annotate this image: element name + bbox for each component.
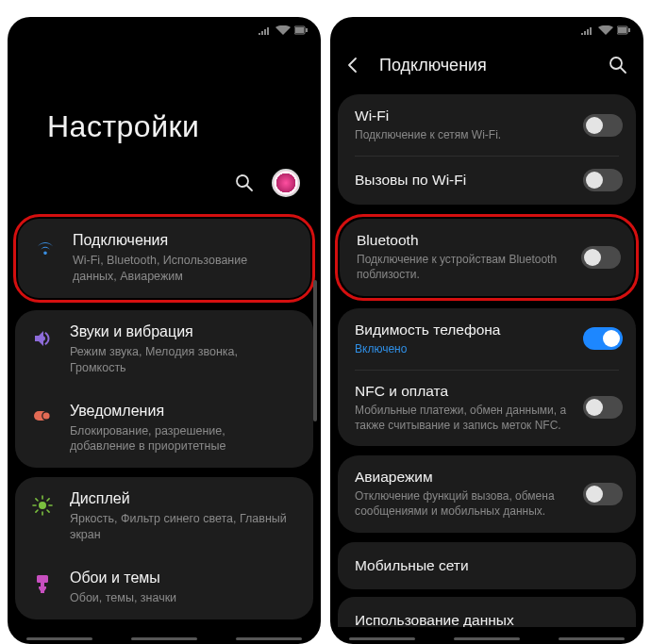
row-title: NFC и оплата: [355, 383, 574, 400]
toggle-switch[interactable]: [583, 327, 623, 350]
toggle-switch[interactable]: [583, 396, 623, 419]
svg-line-16: [47, 499, 49, 501]
svg-rect-1: [295, 27, 304, 33]
svg-line-23: [621, 68, 626, 73]
settings-row[interactable]: BluetoothПодключение к устройствам Bluet…: [340, 219, 634, 295]
svg-rect-17: [37, 575, 48, 583]
row-subtitle: Мобильные платежи, обмен данными, а такж…: [355, 403, 574, 433]
battery-icon: [617, 25, 630, 35]
back-icon: [343, 56, 362, 74]
sound-icon: [28, 323, 57, 350]
svg-line-13: [36, 499, 38, 501]
android-navbar[interactable]: [330, 627, 643, 644]
row-title: Bluetooth: [357, 232, 572, 249]
android-navbar[interactable]: [8, 627, 321, 644]
row-title: Дисплей: [70, 490, 292, 507]
row-subtitle: Подключение к устройствам Bluetooth побл…: [357, 252, 572, 282]
svg-point-22: [610, 58, 622, 69]
svg-point-8: [39, 502, 46, 509]
row-title: Уведомления: [70, 403, 292, 420]
theme-icon: [28, 570, 57, 594]
settings-group: Wi-FiПодключение к сетям Wi-Fi.Вызовы по…: [338, 94, 636, 205]
settings-row[interactable]: АвиарежимОтключение функций вызова, обме…: [338, 455, 636, 532]
settings-row[interactable]: NFC и оплатаМобильные платежи, обмен дан…: [338, 370, 636, 446]
search-icon: [609, 56, 627, 74]
row-subtitle: Включено: [355, 341, 574, 356]
row-title: Подключения: [73, 232, 290, 249]
signal-icon: [581, 25, 594, 35]
settings-row[interactable]: Использование данных: [338, 597, 636, 628]
settings-group: Звуки и вибрацияРежим звука, Мелодия зво…: [15, 310, 313, 469]
settings-group: АвиарежимОтключение функций вызова, обме…: [338, 455, 636, 532]
svg-line-14: [47, 510, 49, 512]
settings-row[interactable]: Видимость телефонаВключено: [338, 308, 636, 370]
toggle-switch[interactable]: [583, 114, 623, 137]
search-button[interactable]: [230, 169, 259, 197]
wifi-icon: [31, 232, 59, 258]
screen-title: Подключения: [379, 56, 591, 75]
row-title: Звуки и вибрация: [70, 323, 292, 340]
svg-line-4: [247, 186, 252, 190]
battery-icon: [294, 25, 308, 35]
row-title: Мобильные сети: [355, 557, 619, 574]
settings-row[interactable]: УведомленияБлокирование, разрешение, доб…: [15, 389, 313, 469]
wifi-status-icon: [598, 25, 613, 35]
row-title: Использование данных: [355, 612, 619, 628]
notif-icon: [28, 403, 57, 425]
page-hero: Настройки: [8, 43, 321, 169]
toggle-switch[interactable]: [583, 483, 623, 505]
settings-row[interactable]: ДисплейЯркость, Фильтр синего света, Гла…: [15, 477, 313, 556]
settings-row[interactable]: Вызовы по Wi-Fi: [338, 156, 636, 205]
display-icon: [28, 490, 57, 517]
status-bar: [8, 17, 321, 43]
settings-row[interactable]: ПодключенияWi-Fi, Bluetooth, Использован…: [18, 219, 310, 298]
row-subtitle: Обои, темы, значки: [70, 590, 292, 606]
toggle-switch[interactable]: [583, 169, 623, 191]
scrollbar[interactable]: [313, 280, 317, 421]
row-title: Обои и темы: [70, 570, 292, 586]
account-avatar[interactable]: [272, 169, 300, 197]
settings-group: Видимость телефонаВключеноNFC и оплатаМо…: [338, 308, 636, 447]
settings-group: ПодключенияWi-Fi, Bluetooth, Использован…: [18, 219, 310, 298]
row-subtitle: Подключение к сетям Wi-Fi.: [355, 127, 574, 142]
settings-row[interactable]: Мобильные сети: [338, 542, 636, 589]
settings-screen: Настройки ПодключенияWi-Fi, Bluetooth, И…: [8, 17, 321, 644]
toggle-switch[interactable]: [581, 246, 621, 269]
settings-group: ДисплейЯркость, Фильтр синего света, Гла…: [15, 477, 313, 619]
svg-line-15: [36, 510, 38, 512]
row-subtitle: Отключение функций вызова, обмена сообще…: [355, 488, 574, 519]
settings-row[interactable]: Wi-FiПодключение к сетям Wi-Fi.: [338, 94, 636, 156]
search-button[interactable]: [604, 51, 632, 79]
row-subtitle: Блокирование, разрешение, добавление в п…: [70, 423, 292, 455]
svg-rect-21: [628, 28, 630, 32]
row-subtitle: Яркость, Фильтр синего света, Главный эк…: [70, 511, 292, 543]
settings-row[interactable]: Обои и темыОбои, темы, значки: [15, 556, 313, 619]
svg-rect-18: [41, 583, 44, 586]
signal-icon: [259, 25, 272, 35]
row-title: Вызовы по Wi-Fi: [355, 172, 574, 189]
svg-rect-2: [306, 28, 308, 32]
row-subtitle: Режим звука, Мелодия звонка, Громкость: [70, 344, 292, 376]
svg-point-7: [42, 412, 49, 419]
search-icon: [235, 173, 254, 192]
row-title: Авиарежим: [355, 469, 574, 486]
row-subtitle: Wi-Fi, Bluetooth, Использование данных, …: [73, 253, 290, 285]
status-bar: [330, 17, 643, 43]
back-button[interactable]: [340, 52, 366, 78]
svg-rect-20: [618, 27, 626, 33]
settings-row[interactable]: Звуки и вибрацияРежим звука, Мелодия зво…: [15, 310, 313, 389]
connections-screen: Подключения Wi-FiПодключение к сетям Wi-…: [330, 17, 643, 644]
row-title: Видимость телефона: [355, 322, 574, 339]
row-title: Wi-Fi: [355, 107, 574, 124]
svg-point-3: [237, 175, 248, 187]
page-title: Настройки: [47, 109, 321, 144]
wifi-status-icon: [275, 25, 291, 35]
settings-group: BluetoothПодключение к устройствам Bluet…: [340, 219, 634, 295]
